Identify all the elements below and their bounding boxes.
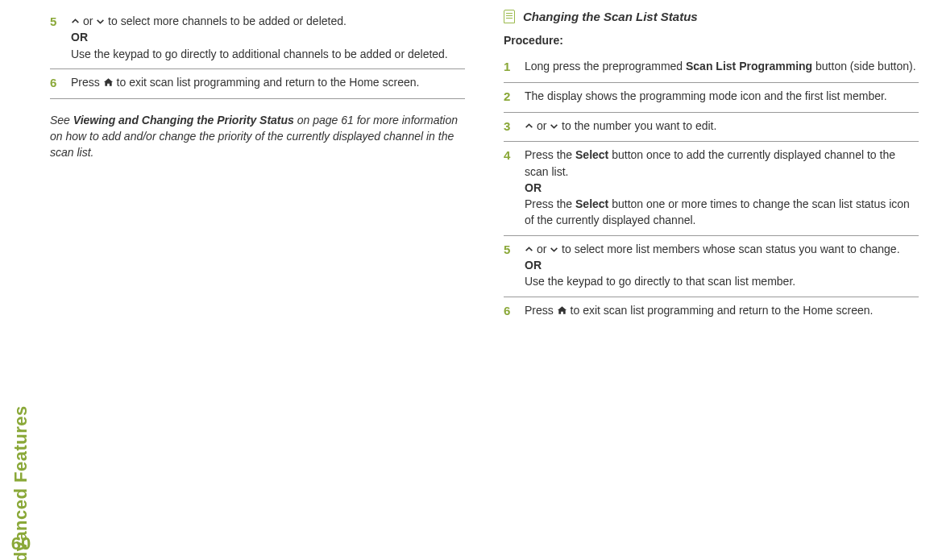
procedure-step: 6Press to exit scan list programming and…	[50, 69, 465, 99]
step-body: Press to exit scan list programming and …	[525, 302, 919, 320]
procedure-step: 5 or to select more list members whose s…	[504, 236, 919, 297]
step-number: 3	[504, 118, 515, 135]
svg-marker-3	[550, 124, 558, 129]
arrow-up-icon	[71, 16, 80, 27]
step-body: or to select more channels to be added o…	[71, 13, 465, 62]
step-number: 5	[504, 241, 515, 290]
home-icon	[557, 305, 567, 317]
arrow-down-icon	[96, 16, 105, 27]
page-container: Advanced Features 60 5 or to select more…	[0, 0, 938, 560]
step-number: 5	[50, 13, 61, 62]
arrow-down-icon	[550, 121, 558, 132]
procedure-step: 5 or to select more channels to be added…	[50, 8, 465, 69]
step-body: Press to exit scan list programming and …	[71, 74, 465, 92]
step-number: 2	[504, 88, 515, 106]
step-body: or to the number you want to edit.	[525, 118, 919, 135]
procedure-label: Procedure:	[504, 32, 919, 48]
sidebar: Advanced Features 60	[0, 0, 42, 560]
svg-marker-0	[72, 19, 79, 23]
procedure-step: 3 or to the number you want to edit.	[504, 113, 919, 143]
arrow-up-icon	[525, 244, 533, 255]
svg-marker-1	[97, 20, 104, 25]
step-number: 6	[504, 302, 515, 320]
procedure-step: 1Long press the preprogrammed Scan List …	[504, 53, 919, 83]
document-icon	[504, 10, 515, 23]
section-title: Changing the Scan List Status	[523, 8, 698, 26]
step-body: Press the Select button once to add the …	[525, 147, 919, 228]
home-icon	[103, 77, 114, 89]
step-number: 6	[50, 74, 61, 92]
svg-marker-2	[525, 123, 533, 128]
svg-marker-4	[525, 247, 533, 251]
step-body: or to select more list members whose sca…	[525, 241, 919, 290]
step-number: 4	[504, 147, 515, 228]
left-column: 5 or to select more channels to be added…	[50, 8, 465, 541]
reference-note: See Viewing and Changing the Priority St…	[50, 112, 465, 161]
content: 5 or to select more channels to be added…	[42, 0, 938, 560]
right-column: Changing the Scan List StatusProcedure:1…	[504, 8, 919, 541]
step-body: The display shows the programming mode i…	[525, 88, 919, 106]
svg-marker-5	[550, 247, 558, 252]
section-header: Changing the Scan List Status	[504, 8, 919, 26]
arrow-down-icon	[550, 244, 558, 255]
arrow-up-icon	[525, 121, 533, 132]
procedure-step: 4Press the Select button once to add the…	[504, 142, 919, 235]
step-number: 1	[504, 58, 515, 76]
procedure-step: 2The display shows the programming mode …	[504, 83, 919, 113]
procedure-step: 6Press to exit scan list programming and…	[504, 297, 919, 326]
step-body: Long press the preprogrammed Scan List P…	[525, 58, 919, 76]
page-number: 60	[11, 531, 31, 557]
